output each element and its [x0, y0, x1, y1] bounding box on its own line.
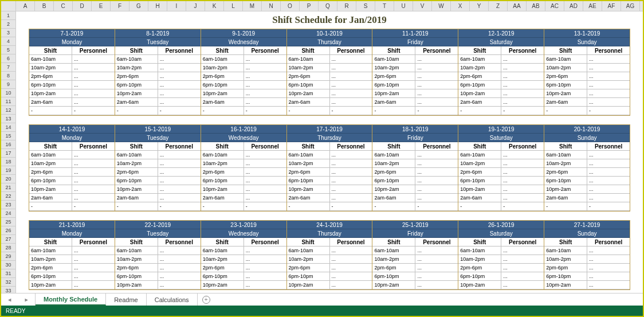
shift-cell[interactable]: 10pm-2am	[458, 281, 501, 289]
shift-cell[interactable]: 2pm-6pm	[458, 168, 501, 177]
row-header[interactable]: 28	[1, 244, 16, 252]
personnel-cell[interactable]: ...	[587, 168, 630, 177]
shift-cell[interactable]: 10pm-2am	[201, 185, 244, 194]
personnel-cell[interactable]: ...	[158, 281, 201, 289]
personnel-cell[interactable]: ...	[415, 81, 458, 89]
personnel-cell[interactable]: ...	[72, 185, 115, 194]
shift-cell[interactable]: 6am-10am	[201, 246, 244, 255]
column-header[interactable]: K	[205, 1, 224, 11]
personnel-cell[interactable]: ...	[330, 64, 372, 72]
row-header[interactable]: 26	[1, 226, 16, 235]
shift-cell[interactable]: 10pm-2am	[29, 281, 72, 289]
shift-cell[interactable]: 2pm-6pm	[287, 264, 330, 272]
personnel-cell[interactable]: -	[158, 107, 201, 115]
column-header[interactable]: AA	[508, 1, 527, 11]
row-header[interactable]: 10	[1, 89, 16, 97]
shift-cell[interactable]: 10pm-2am	[115, 185, 158, 194]
shift-cell[interactable]: 6pm-10pm	[544, 81, 587, 89]
row-header[interactable]: 16	[1, 140, 16, 149]
shift-cell[interactable]: 10pm-2am	[29, 185, 72, 194]
shift-cell[interactable]: 6pm-10pm	[544, 177, 587, 185]
personnel-cell[interactable]: ...	[72, 89, 115, 98]
shift-cell[interactable]: 2pm-6pm	[29, 264, 72, 272]
shift-cell[interactable]: 2am-6am	[544, 98, 587, 107]
shift-cell[interactable]: 2pm-6pm	[458, 264, 501, 272]
shift-cell[interactable]: 6pm-10pm	[544, 272, 587, 281]
column-header[interactable]: AG	[621, 1, 640, 11]
row-header[interactable]: 27	[1, 235, 16, 244]
shift-cell[interactable]: -	[544, 202, 587, 211]
personnel-cell[interactable]: ...	[587, 185, 630, 194]
shift-cell[interactable]: 6am-10am	[287, 151, 330, 159]
personnel-cell[interactable]: ...	[415, 72, 458, 81]
column-header[interactable]: Y	[470, 1, 489, 11]
shift-cell[interactable]: 2am-6am	[372, 98, 415, 107]
personnel-cell[interactable]: ...	[501, 185, 544, 194]
shift-cell[interactable]: 6am-10am	[458, 151, 501, 159]
personnel-cell[interactable]: ...	[587, 194, 630, 202]
personnel-cell[interactable]: ...	[330, 72, 372, 81]
shift-cell[interactable]: 10pm-2am	[372, 185, 415, 194]
personnel-cell[interactable]: ...	[158, 64, 201, 72]
tab-nav-arrows[interactable]: ◄ ►	[1, 293, 36, 306]
row-header[interactable]: 13	[1, 115, 16, 123]
shift-cell[interactable]: -	[372, 202, 415, 211]
personnel-cell[interactable]: ...	[587, 72, 630, 81]
personnel-cell[interactable]: -	[415, 107, 458, 115]
personnel-cell[interactable]: ...	[415, 264, 458, 272]
shift-cell[interactable]: 2pm-6pm	[115, 264, 158, 272]
shift-cell[interactable]: 10am-2pm	[372, 255, 415, 264]
shift-cell[interactable]: -	[458, 107, 501, 115]
personnel-cell[interactable]: ...	[244, 185, 286, 194]
personnel-cell[interactable]: ...	[244, 281, 286, 289]
personnel-cell[interactable]: -	[501, 107, 544, 115]
column-header[interactable]: AE	[583, 1, 602, 11]
shift-cell[interactable]: 6am-10am	[372, 246, 415, 255]
shift-cell[interactable]: 10am-2pm	[458, 159, 501, 168]
shift-cell[interactable]: 2pm-6pm	[287, 168, 330, 177]
personnel-cell[interactable]: ...	[501, 55, 544, 64]
personnel-cell[interactable]: ...	[501, 89, 544, 98]
row-header[interactable]: 8	[1, 72, 16, 80]
personnel-cell[interactable]: ...	[330, 185, 372, 194]
shift-cell[interactable]: 2pm-6pm	[29, 72, 72, 81]
personnel-cell[interactable]: ...	[158, 255, 201, 264]
personnel-cell[interactable]: ...	[501, 272, 544, 281]
shift-cell[interactable]: 6pm-10pm	[372, 177, 415, 185]
shift-cell[interactable]: 10am-2pm	[115, 159, 158, 168]
personnel-cell[interactable]: ...	[244, 98, 286, 107]
row-header[interactable]: 20	[1, 175, 16, 183]
row-header[interactable]: 19	[1, 166, 16, 175]
row-header[interactable]: 32	[1, 278, 16, 287]
shift-cell[interactable]: 2am-6am	[458, 98, 501, 107]
personnel-cell[interactable]: ...	[330, 264, 372, 272]
shift-cell[interactable]: -	[458, 202, 501, 211]
shift-cell[interactable]: -	[115, 202, 158, 211]
personnel-cell[interactable]: -	[501, 202, 544, 211]
shift-cell[interactable]: -	[372, 107, 415, 115]
row-header[interactable]: 17	[1, 149, 16, 158]
personnel-cell[interactable]: -	[330, 107, 372, 115]
personnel-cell[interactable]: ...	[501, 81, 544, 89]
personnel-cell[interactable]: ...	[587, 81, 630, 89]
shift-cell[interactable]: 6am-10am	[458, 55, 501, 64]
sheet-tab[interactable]: Monthly Schedule	[36, 293, 106, 306]
shift-cell[interactable]: 10pm-2am	[287, 281, 330, 289]
personnel-cell[interactable]: ...	[158, 89, 201, 98]
personnel-cell[interactable]: ...	[415, 55, 458, 64]
shift-cell[interactable]: 6pm-10pm	[287, 177, 330, 185]
shift-cell[interactable]: 10am-2pm	[287, 64, 330, 72]
personnel-cell[interactable]: ...	[330, 194, 372, 202]
shift-cell[interactable]: 2pm-6pm	[372, 72, 415, 81]
shift-cell[interactable]: -	[29, 202, 72, 211]
row-header[interactable]: 7	[1, 63, 16, 72]
shift-cell[interactable]: 6am-10am	[29, 55, 72, 64]
shift-cell[interactable]: 6am-10am	[29, 151, 72, 159]
personnel-cell[interactable]: ...	[415, 272, 458, 281]
shift-cell[interactable]: 10am-2pm	[29, 159, 72, 168]
personnel-cell[interactable]: ...	[244, 264, 286, 272]
shift-cell[interactable]: 6pm-10pm	[115, 272, 158, 281]
sheet-tab[interactable]: Calculations	[147, 293, 198, 306]
shift-cell[interactable]: 6pm-10pm	[458, 177, 501, 185]
shift-cell[interactable]: 6pm-10pm	[372, 272, 415, 281]
